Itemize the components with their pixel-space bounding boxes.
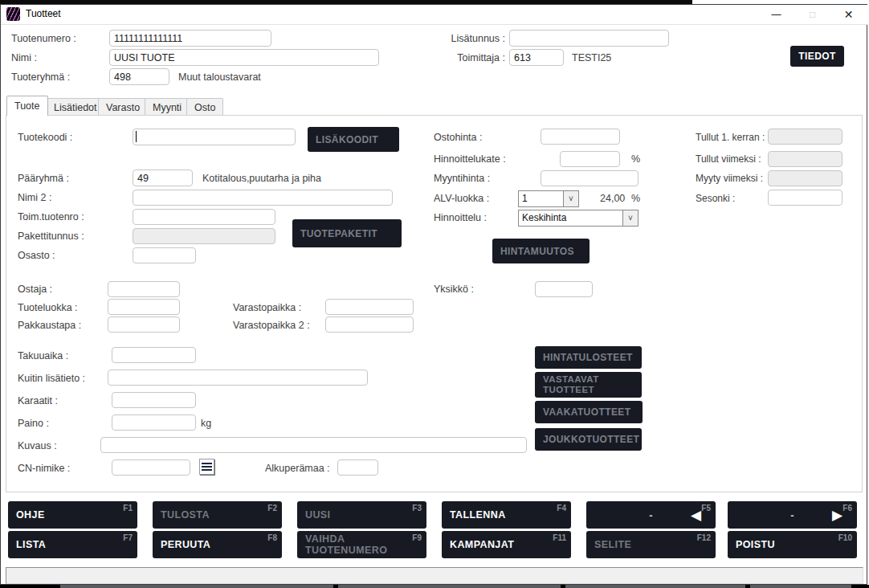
tab-varasto[interactable]: Varasto	[98, 98, 148, 116]
varastopaikka2-input[interactable]	[325, 316, 414, 333]
window-title: Tuotteet	[26, 8, 61, 19]
tuotekoodi-label: Tuotekoodi :	[18, 132, 72, 143]
myyntihinta-label: Myyntihinta :	[434, 173, 490, 184]
tuoteryhma-input[interactable]	[109, 68, 169, 85]
cn-nimike-input[interactable]	[112, 459, 190, 476]
tiedot-button[interactable]: TIEDOT	[790, 46, 844, 67]
hinnoittelukate-input[interactable]	[560, 151, 620, 167]
tab-myynti[interactable]: Myynti	[145, 98, 190, 116]
tullut-kerran-input	[768, 129, 842, 145]
minimize-button[interactable]: —	[758, 5, 794, 24]
toimittaja-name: TESTI25	[572, 52, 611, 63]
text-cursor	[136, 131, 137, 142]
nimi2-label: Nimi 2 :	[18, 192, 51, 203]
paino-label: Paino :	[18, 418, 49, 429]
previous-button[interactable]: - ◀ F5	[586, 501, 716, 529]
kuvaus-input[interactable]	[100, 437, 527, 453]
peruuta-button[interactable]: PERUUTA F8	[153, 531, 282, 558]
tuotenumero-input[interactable]	[109, 30, 271, 47]
poistu-button[interactable]: POISTU F10	[728, 531, 857, 558]
tuotenumero-label: Tuotenumero :	[11, 33, 76, 44]
vastaavat-tuotteet-button[interactable]: VASTAAVAT TUOTTEET	[535, 372, 642, 398]
chevron-down-icon[interactable]: ˅	[563, 191, 578, 206]
application-window: Tuotteet — □ ✕ Tuotenumero : Lisätunnus …	[0, 0, 869, 588]
sesonki-label: Sesonki :	[696, 193, 735, 204]
kuvaus-label: Kuvaus :	[18, 440, 57, 451]
alkuperamaa-label: Alkuperämaa :	[265, 463, 330, 474]
tuoteluokka-input[interactable]	[108, 299, 180, 315]
tuotekoodi-input[interactable]	[133, 129, 296, 145]
joukkotuotteet-button[interactable]: JOUKKOTUOTTEET	[535, 428, 642, 451]
tab-osto[interactable]: Osto	[186, 98, 223, 116]
ostaja-label: Ostaja :	[18, 284, 52, 295]
cn-nimike-list-icon[interactable]	[199, 459, 214, 475]
alv-rate: 24,00	[600, 193, 625, 204]
kampanjat-button[interactable]: KAMPANJAT F11	[442, 531, 571, 558]
kuitin-lisatieto-input[interactable]	[108, 370, 368, 386]
chevron-down-icon[interactable]: ˅	[622, 210, 638, 226]
tab-lisatiedot[interactable]: Lisätiedot	[46, 98, 105, 116]
sesonki-input[interactable]	[768, 190, 842, 206]
alv-unit: %	[631, 193, 640, 204]
selite-button[interactable]: SELITE F12	[586, 531, 716, 558]
lisakoodit-button[interactable]: LISÄKOODIT	[308, 127, 399, 152]
tuotepaketit-button[interactable]: TUOTEPAKETIT	[292, 219, 402, 247]
nimi2-input[interactable]	[133, 190, 393, 206]
paino-unit: kg	[201, 418, 211, 429]
ostaja-input[interactable]	[108, 281, 180, 297]
takuuaika-label: Takuuaika :	[18, 350, 68, 361]
paaryhma-label: Pääryhmä :	[18, 173, 69, 184]
toimittaja-input[interactable]	[509, 49, 564, 66]
pakkaustapa-label: Pakkaustapa :	[18, 320, 81, 331]
arrow-left-icon: ◀	[691, 507, 701, 524]
varastopaikka-label: Varastopaikka :	[233, 302, 301, 313]
vaihda-tuotenumero-button[interactable]: VAIHDA TUOTENUMERO F9	[297, 531, 426, 558]
next-button[interactable]: - ▶ F6	[728, 501, 857, 529]
kuitin-lisatieto-label: Kuitin lisätieto :	[18, 373, 85, 384]
close-button[interactable]: ✕	[830, 5, 867, 24]
hinnoittelukate-unit: %	[631, 153, 640, 165]
hinnoittelu-select[interactable]: Keskihinta ˅	[518, 210, 638, 227]
paaryhma-name: Kotitalous,puutarha ja piha	[202, 173, 321, 184]
tullut-kerran-label: Tullut 1. kerran :	[696, 132, 765, 143]
vaakatuotteet-button[interactable]: VAAKATUOTTEET	[535, 401, 643, 423]
nimi-input[interactable]	[109, 49, 379, 66]
osasto-input[interactable]	[133, 247, 196, 263]
lisatunnus-input[interactable]	[509, 30, 669, 47]
nimi-label: Nimi :	[11, 52, 37, 63]
myyty-viimeksi-label: Myyty viimeksi :	[696, 173, 763, 184]
hintamuutos-button[interactable]: HINTAMUUTOS	[492, 239, 590, 263]
app-logo-icon	[6, 7, 20, 21]
arrow-right-icon: ▶	[832, 507, 842, 524]
lista-button[interactable]: LISTA F7	[8, 531, 137, 558]
karaatit-label: Karaatit :	[18, 395, 58, 406]
ostohinta-input[interactable]	[541, 129, 620, 145]
ohje-button[interactable]: OHJE F1	[8, 501, 137, 529]
paino-input[interactable]	[112, 414, 196, 431]
uusi-button[interactable]: UUSI F3	[297, 501, 426, 529]
tuoteryhma-label: Tuoteryhmä :	[11, 71, 70, 83]
hinnoittelukate-label: Hinnoittelukate :	[434, 153, 506, 165]
hinnoittelu-value: Keskihinta	[519, 210, 622, 226]
paaryhma-input[interactable]	[133, 169, 193, 186]
yksikko-input[interactable]	[535, 281, 593, 297]
hintatulosteet-button[interactable]: HINTATULOSTEET	[535, 346, 642, 369]
myyntihinta-input[interactable]	[541, 170, 638, 186]
alkuperamaa-input[interactable]	[337, 459, 378, 476]
toim-tuotenro-input[interactable]	[133, 209, 275, 225]
hinnoittelu-label: Hinnoittelu :	[434, 212, 487, 223]
karaatit-input[interactable]	[112, 392, 196, 408]
tuoteryhma-name: Muut taloustavarat	[178, 71, 261, 83]
tab-tuote[interactable]: Tuote	[6, 96, 48, 116]
alv-luokka-select[interactable]: 1 ˅	[518, 190, 579, 207]
tallenna-button[interactable]: TALLENNA F4	[442, 501, 571, 529]
toim-tuotenro-label: Toim.tuotenro :	[18, 211, 84, 223]
osasto-label: Osasto :	[18, 250, 55, 261]
yksikko-label: Yksikkö :	[434, 284, 474, 295]
tulosta-button[interactable]: TULOSTA F2	[153, 501, 282, 529]
takuuaika-input[interactable]	[112, 347, 196, 363]
pakkaustapa-input[interactable]	[108, 316, 180, 333]
varastopaikka-input[interactable]	[325, 299, 414, 315]
toimittaja-label: Toimittaja :	[438, 52, 505, 63]
pakettitunnus-label: Pakettitunnus :	[18, 231, 84, 242]
